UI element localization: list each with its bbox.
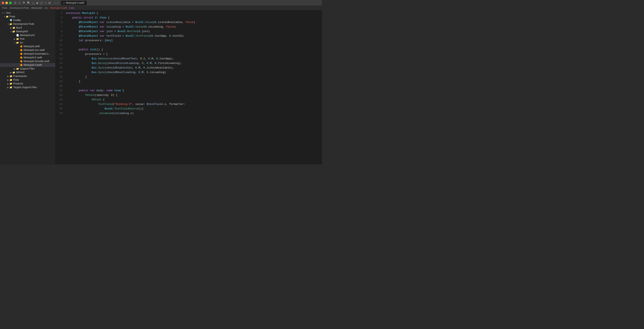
minimize-button[interactable] — [6, 2, 8, 4]
diamond-icon[interactable]: ◆ — [36, 1, 38, 4]
code-line-26: .disabled(isLoading.v) — [66, 111, 318, 116]
sidebar-item-meetupidx[interactable]: ▾ 📂 MeetupIdX — [0, 29, 55, 33]
ln-19: 19 — [56, 79, 62, 84]
sidebar-toggle-icon[interactable]: ☰ — [14, 1, 16, 4]
titlebar: ☰ ☐ ⚑ 🔍 △ ◆ ◯ □ ⊞ ‹ › ● MeetupId.V.swift — [0, 0, 322, 6]
sidebar-item-meetupid-aux[interactable]: 🔶 MeetupId.Aux.swift — [0, 48, 55, 52]
code-editor[interactable]: 4 5 6 7 8 9 10 11 12 13 14 15 16 17 18 1… — [56, 10, 322, 164]
breadcrumb-file[interactable]: MeetupId.V.swift — [50, 7, 67, 9]
bookmark-icon[interactable]: ☐ — [18, 1, 21, 4]
ln-25: 25 — [56, 107, 62, 111]
sidebar-item-meetupid-swift[interactable]: 🔶 MeetupId.swift — [0, 44, 55, 48]
swift-icon-2: 🔶 — [20, 49, 23, 51]
close-button[interactable] — [2, 2, 4, 4]
folder-icon-pod: 📁 — [16, 38, 19, 40]
folder-icon-pods-group: 📁 — [10, 79, 12, 81]
code-line-21: public var body: some View { — [66, 88, 318, 93]
breadcrumb-sep-1: › — [8, 7, 9, 9]
nav-arrows: ‹ › — [54, 1, 58, 4]
ln-6: 6 — [56, 20, 62, 25]
circle-icon[interactable]: ◯ — [40, 1, 43, 4]
warning-icon[interactable]: △ — [32, 1, 34, 4]
maximize-button[interactable] — [9, 2, 12, 4]
code-line-13: processors = [ — [66, 52, 318, 56]
sidebar-label-mpakx: MPAKX — [16, 71, 25, 74]
chevron-pods: ▾ — [3, 15, 6, 18]
sidebar-item-pods-group[interactable]: ▶ 📁 Pods — [0, 78, 55, 82]
tab-meetupid-v[interactable]: ● MeetupId.V.swift — [61, 0, 87, 5]
sidebar-item-meetupid-v[interactable]: 🔶 MeetupId.V.swift — [0, 63, 55, 67]
ln-7: 7 — [56, 25, 62, 29]
ln-13: 13 — [56, 52, 62, 56]
tab-bar: ● MeetupId.V.swift — [61, 0, 87, 5]
swift-icon-1: 🔶 — [20, 45, 23, 48]
ln-8: 8 — [56, 29, 62, 34]
tab-label: MeetupId.V.swift — [66, 1, 84, 4]
code-line-6: @StateObject var isJoinAvailable = BusUI… — [66, 20, 318, 25]
sidebar-item-targets[interactable]: ▶ 📁 Targets Support Files — [0, 85, 55, 89]
grid-icon[interactable]: ⊞ — [48, 1, 50, 4]
chevron-targets: ▶ — [7, 86, 10, 89]
sidebar-item-support[interactable]: ▶ 📁 Support Files — [0, 67, 55, 70]
sidebar-item-pods-root[interactable]: ▾ 📁 Pods — [0, 15, 55, 18]
sidebar-item-devpods[interactable]: ▾ 📂 Development Pods — [0, 22, 55, 26]
nav-back-button[interactable]: ‹ — [54, 1, 56, 4]
code-line-9: @StateObject var textField = BusUI.TextF… — [66, 34, 318, 38]
flag-icon[interactable]: ⚑ — [23, 1, 25, 4]
folder-icon-support: 📁 — [16, 67, 19, 70]
sidebar-item-podfile[interactable]: 💎 Podfile — [0, 18, 55, 22]
chevron-pods-group: ▶ — [7, 79, 10, 81]
sidebar-label-src: src — [20, 41, 23, 44]
breadcrumb-symbol[interactable]: body — [69, 7, 74, 9]
code-line-22: VStack(spacing: 8) { — [66, 93, 318, 97]
breadcrumb-sep-2: › — [30, 7, 31, 9]
sidebar-item-mpakx[interactable]: ▶ 📁 MPAKX — [0, 70, 55, 74]
chevron-gen — [17, 53, 20, 55]
sidebar-label-shoulds: MeetupId.Shoulds.swift — [24, 60, 49, 63]
sidebar-label-busx: BusX — [16, 26, 22, 29]
swift-icon-5: 🔶 — [20, 60, 23, 63]
swift-icon-4: 🔶 — [20, 56, 23, 59]
sidebar-item-bus[interactable]: ▾ ⬡ bus — [0, 11, 55, 15]
ln-18: 18 — [56, 75, 62, 79]
sidebar-item-products[interactable]: ▶ 📁 Products — [0, 82, 55, 85]
chevron-devpods: ▾ — [7, 23, 10, 25]
sidebar-label-aux: MeetupId.Aux.swift — [24, 49, 44, 51]
sidebar-item-meetupid-gen[interactable]: 🔶 MeetupId.Generated.s... — [0, 52, 55, 56]
sidebar-item-meetupid-shoulds[interactable]: 🔶 MeetupId.Shoulds.swift — [0, 59, 55, 63]
main-layout: ▾ ⬡ bus ▾ 📁 Pods 💎 Podfile ▾ 📂 Developme… — [0, 10, 322, 164]
sidebar-item-meetupid-k[interactable]: 🔶 MeetupId.K.swift — [0, 56, 55, 59]
ln-10: 10 — [56, 38, 62, 43]
folder-icon-src: 📂 — [16, 41, 19, 44]
ln-4: 4 — [56, 11, 62, 15]
nav-forward-button[interactable]: › — [56, 1, 59, 4]
sidebar-item-frameworks[interactable]: ▶ 📁 Frameworks — [0, 74, 55, 78]
breadcrumb-src[interactable]: src — [45, 7, 48, 9]
chevron-pod: ▶ — [13, 38, 16, 40]
sidebar-label-products: Products — [13, 82, 23, 85]
breadcrumb-pods[interactable]: Pods — [2, 7, 7, 9]
sidebar-label-support: Support Files — [20, 67, 34, 70]
sidebar-label-pod: Pod — [20, 37, 24, 40]
sidebar-item-src[interactable]: ▾ 📂 src — [0, 41, 55, 44]
search-icon[interactable]: 🔍 — [27, 1, 30, 4]
sidebar-label-v: MeetupId.V.swift — [24, 63, 42, 66]
sidebar-item-busx[interactable]: ▶ 📁 BusX — [0, 26, 55, 29]
breadcrumb-meetupidx[interactable]: MeetupIdX — [31, 7, 42, 9]
code-line-16: Bus.Sync(shouldEnableJoin, K.M, K.isJoin… — [66, 66, 318, 70]
sidebar-item-pod[interactable]: ▶ 📁 Pod — [0, 37, 55, 41]
sidebar-label-targets: Targets Support Files — [13, 86, 37, 89]
code-line-20 — [66, 84, 318, 88]
ln-17: 17 — [56, 70, 62, 75]
rect-icon[interactable]: □ — [45, 1, 46, 4]
code-line-12: public init() { — [66, 47, 318, 52]
breadcrumb-devpods[interactable]: Development Pods — [10, 7, 29, 9]
chevron-mpakx: ▶ — [10, 71, 12, 74]
code-line-17: Bus.Sync(shouldResetLoading, K.M, K.isLo… — [66, 70, 318, 75]
code-lines: extension MeetupId { public struct V: Vi… — [66, 11, 322, 116]
chevron-support: ▶ — [13, 68, 16, 70]
folder-icon-meetupidx: 📂 — [12, 30, 15, 33]
sidebar-label-bus: bus — [7, 11, 10, 14]
sidebar-item-meetupidyml[interactable]: 📄 Meetupid.yml — [0, 33, 55, 37]
sidebar-label-frameworks: Frameworks — [13, 75, 27, 78]
